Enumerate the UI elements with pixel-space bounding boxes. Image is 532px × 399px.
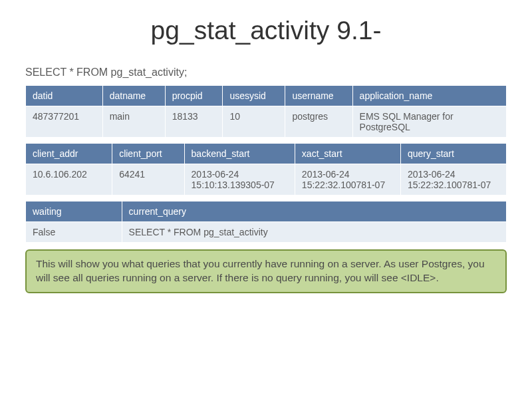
col-header: username <box>285 86 352 106</box>
cell: SELECT * FROM pg_stat_activity <box>122 222 506 243</box>
col-header: procpid <box>165 86 223 106</box>
sql-query: SELECT * FROM pg_stat_activity; <box>25 66 507 78</box>
col-header: usesysid <box>223 86 285 106</box>
cell: 64241 <box>112 164 184 196</box>
cell: 10 <box>223 106 285 138</box>
col-header: client_addr <box>26 144 112 164</box>
cell: 2013-06-24 15:10:13.139305-07 <box>184 164 295 196</box>
info-callout: This will show you what queries that you… <box>25 249 507 293</box>
table-header-row: datid datname procpid usesysid username … <box>26 86 507 106</box>
table-header-row: client_addr client_port backend_start xa… <box>26 144 507 164</box>
col-header: current_query <box>122 201 506 222</box>
cell: main <box>102 106 165 138</box>
slide-container: pg_stat_activity 9.1- SELECT * FROM pg_s… <box>0 0 532 293</box>
col-header: datid <box>26 86 103 106</box>
col-header: waiting <box>26 201 122 222</box>
cell: 2013-06-24 15:22:32.100781-07 <box>295 164 400 196</box>
cell: 10.6.106.202 <box>26 164 112 196</box>
result-table-2: client_addr client_port backend_start xa… <box>25 143 507 196</box>
result-table-1: datid datname procpid usesysid username … <box>25 85 507 138</box>
slide-title: pg_stat_activity 9.1- <box>25 16 507 45</box>
cell: 2013-06-24 15:22:32.100781-07 <box>400 164 506 196</box>
table-row: False SELECT * FROM pg_stat_activity <box>26 222 507 243</box>
cell: EMS SQL Manager for PostgreSQL <box>352 106 506 138</box>
col-header: client_port <box>112 144 184 164</box>
col-header: query_start <box>400 144 506 164</box>
table-row: 487377201 main 18133 10 postgres EMS SQL… <box>26 106 507 138</box>
result-table-3: waiting current_query False SELECT * FRO… <box>25 201 507 243</box>
col-header: backend_start <box>184 144 295 164</box>
cell: 18133 <box>165 106 223 138</box>
table-header-row: waiting current_query <box>26 201 507 222</box>
cell: postgres <box>285 106 352 138</box>
col-header: xact_start <box>295 144 400 164</box>
cell: False <box>26 222 122 243</box>
col-header: application_name <box>352 86 506 106</box>
cell: 487377201 <box>26 106 103 138</box>
col-header: datname <box>102 86 165 106</box>
table-row: 10.6.106.202 64241 2013-06-24 15:10:13.1… <box>26 164 507 196</box>
